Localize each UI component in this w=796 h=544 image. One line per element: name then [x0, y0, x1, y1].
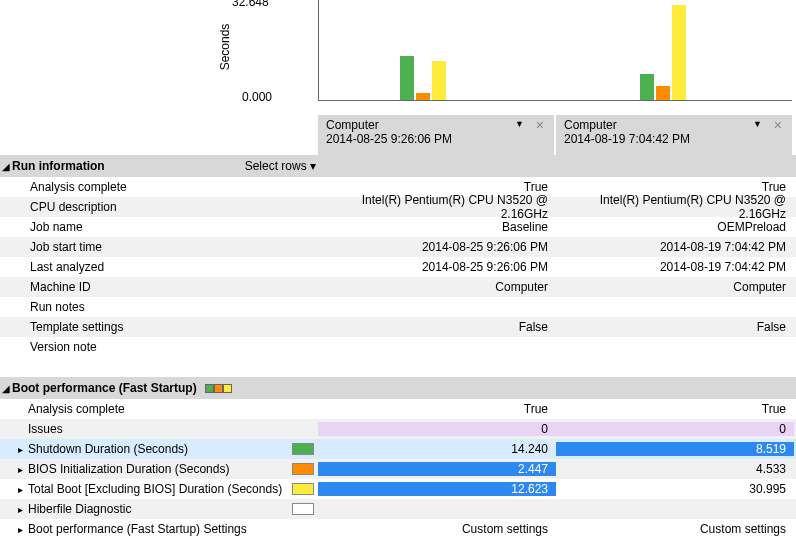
chart-bar: [400, 56, 414, 100]
row-label: ▸Hiberfile Diagnostic: [0, 502, 318, 516]
column-subtitle: 2014-08-25 9:26:06 PM: [326, 132, 546, 146]
collapse-icon[interactable]: ◢: [2, 161, 12, 172]
row-label: ▸Total Boot [Excluding BIOS] Duration (S…: [0, 482, 318, 496]
row-value: 0: [556, 422, 794, 436]
legend-icon: [205, 384, 232, 393]
expand-icon[interactable]: ▸: [18, 464, 28, 475]
chart-bar: [640, 74, 654, 100]
table-row[interactable]: Issues00: [0, 419, 796, 439]
row-value: True: [556, 402, 794, 416]
row-value: False: [318, 320, 556, 334]
row-label: Job start time: [0, 240, 318, 254]
row-value: 14.240: [318, 442, 556, 456]
expand-icon[interactable]: ▸: [18, 444, 28, 455]
y-tick-min: 0.000: [242, 90, 272, 104]
row-label: ▸Boot performance (Fast Startup) Setting…: [0, 522, 318, 536]
row-value: Custom settings: [556, 522, 794, 536]
close-icon[interactable]: ×: [774, 117, 782, 133]
row-value: 0: [318, 422, 556, 436]
column-header-1[interactable]: Computer 2014-08-25 9:26:06 PM ▼ ×: [318, 115, 556, 155]
row-value: OEMPreload: [556, 220, 794, 234]
table-row[interactable]: Template settingsFalseFalse: [0, 317, 796, 337]
table-row[interactable]: Job start time2014-08-25 9:26:06 PM2014-…: [0, 237, 796, 257]
row-value: Intel(R) Pentium(R) CPU N3520 @ 2.16GHz: [318, 193, 556, 221]
row-value: True: [318, 180, 556, 194]
expand-icon[interactable]: ▸: [18, 524, 28, 535]
table-row[interactable]: ▸Total Boot [Excluding BIOS] Duration (S…: [0, 479, 796, 499]
y-tick-max: 32.648: [232, 0, 269, 9]
row-value: True: [318, 402, 556, 416]
color-swatch: [292, 503, 314, 515]
table-row[interactable]: Run notes: [0, 297, 796, 317]
row-value: Computer: [556, 280, 794, 294]
row-value: 12.623: [318, 482, 556, 496]
bar-group-2: [640, 0, 700, 100]
row-value: Computer: [318, 280, 556, 294]
color-swatch: [292, 463, 314, 475]
section-header-boot-perf[interactable]: ◢ Boot performance (Fast Startup): [0, 377, 796, 399]
row-label: Machine ID: [0, 280, 318, 294]
chart-bar: [656, 86, 670, 100]
color-swatch: [292, 443, 314, 455]
x-axis-line: [318, 100, 792, 101]
section-title: Boot performance (Fast Startup): [12, 381, 197, 395]
row-value: True: [556, 180, 794, 194]
select-rows-button[interactable]: Select rows ▾: [245, 159, 316, 173]
table-row[interactable]: ▸Hiberfile Diagnostic: [0, 499, 796, 519]
chevron-down-icon[interactable]: ▼: [753, 119, 762, 129]
row-label: ▸BIOS Initialization Duration (Seconds): [0, 462, 318, 476]
color-swatch: [292, 483, 314, 495]
column-title: Computer: [564, 118, 784, 132]
row-label: Version note: [0, 340, 318, 354]
table-row[interactable]: Job nameBaselineOEMPreload: [0, 217, 796, 237]
column-subtitle: 2014-08-19 7:04:42 PM: [564, 132, 784, 146]
table-row[interactable]: ▸Shutdown Duration (Seconds)14.2408.519: [0, 439, 796, 459]
row-label: Last analyzed: [0, 260, 318, 274]
column-title: Computer: [326, 118, 546, 132]
row-value: 8.519: [556, 442, 794, 456]
row-value: 2014-08-25 9:26:06 PM: [318, 240, 556, 254]
table-row[interactable]: CPU descriptionIntel(R) Pentium(R) CPU N…: [0, 197, 796, 217]
row-label: CPU description: [0, 200, 318, 214]
y-axis-label: Seconds: [218, 24, 232, 71]
row-value: Custom settings: [318, 522, 556, 536]
row-value: Intel(R) Pentium(R) CPU N3520 @ 2.16GHz: [556, 193, 794, 221]
bar-group-1: [400, 0, 460, 100]
row-label: Analysis complete: [0, 402, 318, 416]
table-row[interactable]: Last analyzed2014-08-25 9:26:06 PM2014-0…: [0, 257, 796, 277]
row-value: 2.447: [318, 462, 556, 476]
y-axis-line: [318, 0, 319, 100]
row-label: Issues: [0, 422, 318, 436]
row-label: Job name: [0, 220, 318, 234]
table-row[interactable]: ▸Boot performance (Fast Startup) Setting…: [0, 519, 796, 539]
section-header-run-info[interactable]: ◢ Run information Select rows ▾: [0, 155, 796, 177]
row-label: Analysis complete: [0, 180, 318, 194]
expand-icon[interactable]: ▸: [18, 504, 28, 515]
expand-icon[interactable]: ▸: [18, 484, 28, 495]
row-label: ▸Shutdown Duration (Seconds): [0, 442, 318, 456]
table-row[interactable]: Machine IDComputerComputer: [0, 277, 796, 297]
chart-bar: [432, 61, 446, 100]
table-row[interactable]: Version note: [0, 337, 796, 357]
chart-bar: [416, 93, 430, 100]
row-label: Template settings: [0, 320, 318, 334]
column-headers: Computer 2014-08-25 9:26:06 PM ▼ × Compu…: [0, 115, 796, 155]
chevron-down-icon[interactable]: ▼: [515, 119, 524, 129]
row-value: 2014-08-19 7:04:42 PM: [556, 240, 794, 254]
row-value: False: [556, 320, 794, 334]
chart-bar: [672, 5, 686, 100]
chart-area: 32.648 0.000 Seconds: [0, 0, 796, 115]
table-row[interactable]: Analysis completeTrueTrue: [0, 399, 796, 419]
row-value: Baseline: [318, 220, 556, 234]
section-title: Run information: [12, 159, 105, 173]
row-value: 4.533: [556, 462, 794, 476]
collapse-icon[interactable]: ◢: [2, 383, 12, 394]
row-label: Run notes: [0, 300, 318, 314]
column-header-2[interactable]: Computer 2014-08-19 7:04:42 PM ▼ ×: [556, 115, 794, 155]
row-value: 30.995: [556, 482, 794, 496]
close-icon[interactable]: ×: [536, 117, 544, 133]
row-value: 2014-08-25 9:26:06 PM: [318, 260, 556, 274]
row-value: 2014-08-19 7:04:42 PM: [556, 260, 794, 274]
table-row[interactable]: ▸BIOS Initialization Duration (Seconds)2…: [0, 459, 796, 479]
